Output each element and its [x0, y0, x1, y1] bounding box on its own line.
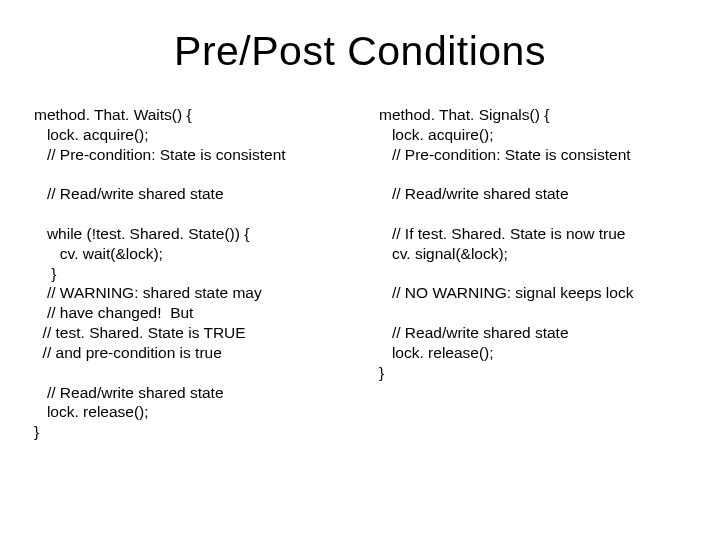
code-line: // NO WARNING: signal keeps lock — [379, 284, 633, 301]
code-columns: method. That. Waits() { lock. acquire();… — [34, 105, 686, 442]
code-line: cv. signal(&lock); — [379, 245, 508, 262]
code-line: // WARNING: shared state may — [34, 284, 262, 301]
code-line: cv. wait(&lock); — [34, 245, 163, 262]
code-line: } — [34, 423, 39, 440]
code-line: // Pre-condition: State is consistent — [379, 146, 631, 163]
code-line: method. That. Signals() { — [379, 106, 549, 123]
code-line: // Read/write shared state — [379, 324, 569, 341]
code-line: lock. acquire(); — [34, 126, 149, 143]
right-code-block: method. That. Signals() { lock. acquire(… — [379, 105, 686, 442]
code-line: // If test. Shared. State is now true — [379, 225, 625, 242]
code-line: // Read/write shared state — [379, 185, 569, 202]
left-code-block: method. That. Waits() { lock. acquire();… — [34, 105, 341, 442]
code-line: // Pre-condition: State is consistent — [34, 146, 286, 163]
slide-title: Pre/Post Conditions — [34, 28, 686, 75]
code-line: // have changed! But — [34, 304, 193, 321]
code-line: } — [379, 364, 384, 381]
code-line: lock. acquire(); — [379, 126, 494, 143]
slide: Pre/Post Conditions method. That. Waits(… — [0, 0, 720, 540]
code-line: // Read/write shared state — [34, 185, 224, 202]
code-line: lock. release(); — [34, 403, 149, 420]
code-line: method. That. Waits() { — [34, 106, 192, 123]
code-line: // test. Shared. State is TRUE — [34, 324, 246, 341]
code-line: // Read/write shared state — [34, 384, 224, 401]
code-line: } — [34, 265, 56, 282]
code-line: while (!test. Shared. State()) { — [34, 225, 249, 242]
code-line: // and pre-condition is true — [34, 344, 222, 361]
code-line: lock. release(); — [379, 344, 494, 361]
